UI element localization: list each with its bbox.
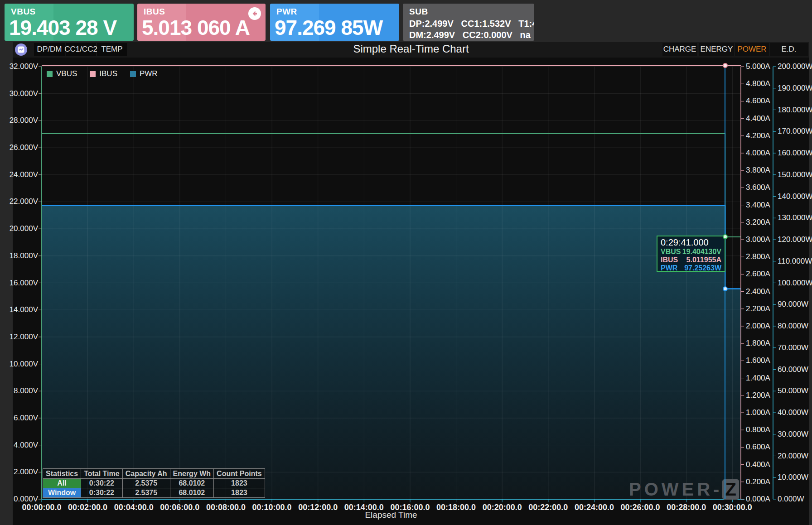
v-axis-tick-label: 4.000V (5, 441, 38, 450)
w-axis-tick-label: 0.000W (778, 495, 812, 504)
stats-header: Statistics (43, 469, 81, 479)
tooltip-row-pwr: PWR97.25263W (661, 264, 721, 272)
v-axis-tick-label: 0.000V (5, 495, 38, 504)
a-axis-tick-label: 5.000A (746, 62, 775, 71)
stats-header: Count Points (214, 469, 265, 479)
w-axis-tick-label: 70.000W (778, 343, 812, 352)
power-z-watermark: POWER-Z (629, 479, 739, 500)
a-axis-tick-label: 3.800A (746, 166, 775, 175)
v-axis-tick-label: 28.000V (5, 116, 38, 125)
stats-cell: 1823 (214, 488, 265, 498)
a-axis-tick-label: 1.000A (746, 408, 775, 417)
tooltip-row-ibus: IBUS5.011955A (661, 256, 721, 264)
chart-legend: VBUS IBUS PWR (47, 69, 170, 78)
stats-cell: 0:30:22 (81, 479, 123, 488)
stats-row-name: Window (43, 488, 81, 498)
ibus-legend-swatch (90, 71, 96, 77)
w-axis-tick-label: 170.000W (778, 127, 812, 136)
vbus-legend-label: VBUS (56, 69, 77, 78)
v-axis-tick-label: 26.000V (5, 143, 38, 152)
stats-header: Energy Wh (170, 469, 214, 479)
tooltip-ibus-value: 5.011955A (686, 256, 721, 264)
stats-cell: 2.5375 (122, 479, 170, 488)
stats-row: All0:30:222.537568.01021823 (43, 479, 265, 488)
tooltip-row-vbus: VBUS19.404130V (661, 248, 721, 256)
a-axis-tick-label: 4.000A (746, 149, 775, 158)
v-axis-tick-label: 14.000V (5, 305, 38, 314)
w-axis-tick-label: 10.000W (778, 473, 812, 482)
ibus-legend-label: IBUS (99, 69, 117, 78)
statistics-table: StatisticsTotal TimeCapacity AhEnergy Wh… (43, 468, 265, 498)
w-axis-tick-label: 120.000W (778, 235, 812, 244)
w-axis-tick-label: 200.000W (778, 62, 812, 71)
vbus-legend-swatch (47, 71, 53, 77)
tooltip-vbus-value: 19.404130V (682, 248, 721, 256)
a-axis-tick-label: 2.600A (746, 270, 775, 279)
cursor-tooltip: 0:29:41.000 VBUS19.404130V IBUS5.011955A… (657, 236, 725, 272)
stats-row-name: All (43, 479, 81, 488)
legend-item-pwr[interactable]: PWR (130, 69, 158, 78)
w-axis-tick-label: 90.000W (778, 300, 812, 309)
stats-header: Capacity Ah (122, 469, 170, 479)
a-axis-tick-label: 4.400A (746, 114, 775, 123)
a-axis-tick-label: 0.000A (746, 495, 775, 504)
v-axis-tick-label: 6.000V (5, 414, 38, 423)
tooltip-ibus-label: IBUS (661, 256, 678, 264)
v-axis-tick-label: 2.000V (5, 467, 38, 477)
a-axis-tick-label: 3.400A (746, 201, 775, 210)
a-axis-tick-label: 4.800A (746, 79, 775, 88)
w-axis-tick-label: 30.000W (778, 430, 812, 439)
w-axis-tick-label: 160.000W (778, 149, 812, 158)
cursor-point-ibus (723, 63, 728, 68)
stats-cell: 68.0102 (170, 488, 214, 498)
w-axis-tick-label: 130.000W (778, 213, 812, 222)
legend-item-vbus[interactable]: VBUS (47, 69, 77, 78)
v-axis-tick-label: 24.000V (5, 170, 38, 179)
tooltip-pwr-value: 97.25263W (684, 264, 721, 272)
power-z-app: VBUS 19.403 28 V IBUS 5.013 060 A PWR 97… (0, 0, 812, 525)
a-axis-tick-label: 2.800A (746, 252, 775, 261)
a-axis-tick-label: 2.000A (746, 322, 775, 331)
a-axis-tick-label: 2.200A (746, 304, 775, 313)
w-axis-tick-label: 50.000W (778, 386, 812, 395)
w-axis-tick-label: 150.000W (778, 170, 812, 179)
w-axis-tick-label: 190.000W (778, 84, 812, 93)
v-axis-tick-label: 32.000V (5, 62, 38, 71)
v-axis-tick-label: 10.000V (5, 360, 38, 369)
legend-item-ibus[interactable]: IBUS (90, 69, 117, 78)
a-axis-tick-label: 1.400A (746, 374, 775, 383)
a-axis-tick-label: 0.200A (746, 477, 775, 486)
a-axis-tick-label: 0.400A (746, 460, 775, 469)
a-axis-tick-label: 2.400A (746, 287, 775, 296)
stats-header: Total Time (81, 469, 123, 479)
a-axis-tick-label: 1.800A (746, 339, 775, 348)
tooltip-time: 0:29:41.000 (661, 237, 721, 248)
a-axis-tick-label: 0.600A (746, 443, 775, 452)
watermark-text: POWER- (629, 479, 722, 499)
stats-cell: 0:30:22 (81, 488, 123, 498)
w-axis-tick-label: 20.000W (778, 452, 812, 461)
x-axis-tick-label: 00:30:00.0 (705, 503, 759, 512)
a-axis-tick-label: 3.200A (746, 218, 775, 227)
v-axis-tick-label: 20.000V (5, 224, 38, 233)
w-axis-tick-label: 40.000W (778, 408, 812, 417)
stats-cell: 68.0102 (170, 479, 214, 488)
a-axis-tick-label: 0.800A (746, 425, 775, 434)
v-axis-tick-label: 12.000V (5, 332, 38, 342)
pwr-legend-label: PWR (140, 69, 158, 78)
stats-cell: 2.5375 (122, 488, 170, 498)
a-axis-tick-label: 3.000A (746, 235, 775, 244)
cursor-crosshair[interactable] (725, 67, 725, 499)
pwr-legend-swatch (130, 71, 136, 77)
w-axis-tick-label: 60.000W (778, 365, 812, 374)
tooltip-pwr-label: PWR (661, 264, 677, 272)
v-axis-tick-label: 8.000V (5, 386, 38, 395)
stats-row: Window0:30:222.537568.01021823 (43, 488, 265, 498)
w-axis-tick-label: 140.000W (778, 192, 812, 201)
v-axis-tick-label: 22.000V (5, 197, 38, 206)
a-axis-tick-label: 1.600A (746, 356, 775, 365)
v-axis-tick-label: 30.000V (5, 89, 38, 98)
a-axis-tick-label: 1.200A (746, 391, 775, 400)
v-axis-tick-label: 16.000V (5, 279, 38, 288)
v-axis-tick-label: 18.000V (5, 251, 38, 260)
